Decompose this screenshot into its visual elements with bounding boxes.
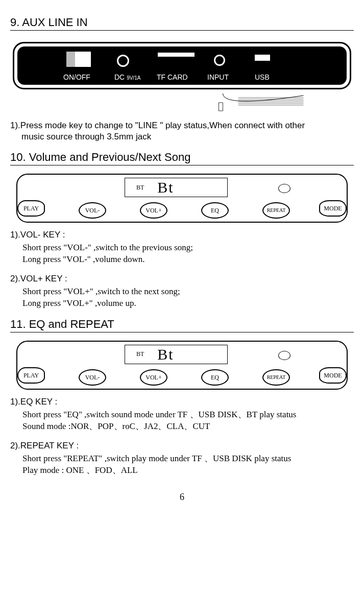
back-panel-diagram: ON/OFF DC 9V/1A TF CARD INPUT USB [13,42,351,89]
section-9-title: 9. AUX LINE IN [10,16,354,31]
tf-label: TF CARD [157,73,188,81]
dc-port-shape [117,55,129,67]
mode-button: MODE [319,200,347,217]
lcd-display: BT Bt [125,178,228,197]
lcd-display-2: BT Bt [125,345,228,364]
eq-desc1: Short press "EQ" ,switch sound mode unde… [22,409,354,421]
display-large-text-2: Bt [157,346,174,363]
aux-cable-drawing [10,93,313,112]
onoff-label: ON/OFF [63,73,90,81]
repeat-heading: 2).REPEAT KEY : [10,441,354,451]
vol-plus-desc1: Short press "VOL+" ,switch to the next s… [22,286,354,298]
vol-minus-desc1: Short press "VOL-" ,switch to the previo… [22,242,354,254]
section-9-instruction: 1).Press mode key to change to "LINE " p… [10,120,354,142]
eq-desc2: Sound mode :NOR、POP、roC、JA2、CLA、CUT [22,421,354,433]
section-10-title: 10. Volume and Previous/Next Song [10,151,354,165]
svg-rect-0 [219,103,223,111]
vol-plus-desc2: Long press "VOL+" ,volume up. [22,298,354,310]
vol-minus-button: VOL- [79,202,106,219]
display-large-text: Bt [157,179,174,196]
section-11-title: 11. EQ and REPEAT [10,318,354,332]
repeat-desc1: Short press "REPEAT" ,switch play mode u… [22,453,354,465]
ir-sensor-icon [278,184,290,193]
usb-port-shape [255,55,270,61]
display-small-text: BT [136,184,144,192]
instr-line1: 1).Press mode key to change to "LINE " p… [10,121,305,130]
vol-plus-button-2: VOL+ [140,369,167,386]
eq-button-2: EQ [201,369,229,386]
back-panel-inner: ON/OFF DC 9V/1A TF CARD INPUT USB [17,46,347,85]
repeat-button-2: REPEAT [262,369,290,386]
vol-minus-button-2: VOL- [79,369,106,386]
display-small-text-2: BT [136,350,144,358]
vol-minus-heading: 1).VOL- KEY : [10,230,354,240]
repeat-button: REPEAT [262,202,290,219]
vol-minus-desc2: Long press "VOL-" ,volume down. [22,254,354,266]
ir-sensor-icon-2 [278,351,290,360]
eq-heading: 1).EQ KEY : [10,397,354,407]
onoff-switch-shape [66,52,91,67]
usb-label: USB [255,73,270,81]
instr-line2: music source through 3.5mm jack [21,132,151,141]
play-button: PLAY [17,200,45,217]
input-jack-shape [214,55,225,66]
play-button-2: PLAY [17,367,45,384]
vol-plus-button: VOL+ [140,202,167,219]
page-number: 6 [10,492,354,503]
repeat-desc2: Play mode : ONE 、FOD、ALL [22,465,354,477]
vol-plus-heading: 2).VOL+ KEY : [10,274,354,284]
dc-label: DC 9V/1A [114,73,140,81]
dc-text: DC [114,73,125,81]
control-panel-diagram-2: BT Bt PLAY VOL- VOL+ EQ REPEAT MODE [16,341,348,390]
eq-button: EQ [201,202,229,219]
mode-button-2: MODE [319,367,347,384]
control-panel-diagram-1: BT Bt PLAY VOL- VOL+ EQ REPEAT MODE [16,174,348,223]
dc-sub-text: 9V/1A [127,75,140,81]
input-label: INPUT [207,73,229,81]
tf-slot-shape [158,53,195,57]
